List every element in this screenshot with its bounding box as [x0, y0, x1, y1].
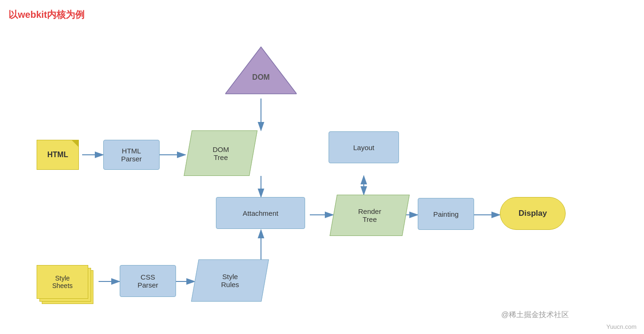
- dom-tree: DOM Tree: [184, 130, 257, 176]
- html-parser: HTML Parser: [103, 140, 160, 170]
- display: Display: [500, 197, 566, 230]
- yuucn-label: Yuucn.com: [606, 323, 636, 330]
- painting: Painting: [418, 198, 474, 230]
- render-tree: Render Tree: [330, 195, 410, 236]
- page-title: 以webkit内核为例: [8, 8, 84, 21]
- dom-triangle: DOM: [225, 42, 297, 99]
- layout: Layout: [329, 131, 399, 163]
- style-rules: Style Rules: [191, 259, 269, 302]
- svg-text:DOM: DOM: [252, 73, 269, 81]
- style-sheets: Style Sheets: [37, 265, 88, 299]
- svg-marker-13: [225, 47, 297, 94]
- watermark: @稀土掘金技术社区: [501, 310, 569, 320]
- css-parser: CSS Parser: [120, 265, 176, 297]
- attachment: Attachment: [216, 197, 305, 229]
- html-note: HTML: [37, 140, 79, 170]
